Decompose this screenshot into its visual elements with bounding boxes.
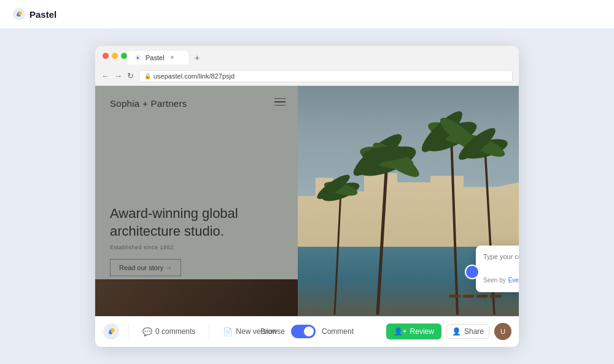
url-text: usepastel.com/link/827psjd [154,72,235,80]
tabs-row: Pastel × + [127,51,203,64]
svg-line-17 [335,192,341,314]
review-button[interactable]: 👤+ Review [386,323,441,339]
minimize-dot[interactable] [112,53,118,59]
app-logo: Pastel [12,7,56,21]
share-label: Share [464,327,484,336]
toolbar-pastel-logo [103,323,120,340]
comment-popup: Seen by Everyone Team 📎 [476,246,519,292]
browser-toolbar: ← → ↻ 🔒 usepastel.com/link/827psjd [95,67,519,86]
comment-toggle-label: Comment [322,327,354,336]
main-content: Pastel × + ← → ↻ 🔒 usepastel.com/link/82… [0,28,614,364]
browser-tab-pastel[interactable]: Pastel × [127,51,188,64]
tab-favicon-icon [134,54,142,61]
toolbar-center: Browse Comment [260,325,354,338]
tagline-sub: Established since 1952. [110,244,283,250]
seen-by-section: Seen by Everyone Team [483,277,519,284]
bottom-toolbar: 💬 0 comments 📄 New version Browse Commen… [95,316,519,347]
pastel-logo-icon [12,7,26,21]
toggle-knob [304,327,314,336]
cta-button[interactable]: Read our story → [110,259,181,276]
site-name: Sophia + Partners [110,98,283,109]
share-button[interactable]: 👤 Share [446,324,489,339]
lock-icon: 🔒 [144,73,151,79]
svg-line-8 [451,136,457,314]
review-icon: 👤+ [394,327,407,336]
browser-window: Pastel × + ← → ↻ 🔒 usepastel.com/link/82… [95,46,519,347]
cta-label: Read our story → [119,264,172,271]
comments-count: 0 comments [155,327,195,336]
comment-footer: Seen by Everyone Team 📎 [483,276,519,285]
review-label: Review [410,327,434,336]
address-bar[interactable]: 🔒 usepastel.com/link/827psjd [139,70,513,82]
seen-by-label: Seen by [483,277,506,284]
new-tab-button[interactable]: + [191,52,203,64]
tab-title: Pastel [146,54,165,61]
maximize-dot[interactable] [121,53,127,59]
version-icon: 📄 [223,327,233,336]
share-icon: 👤 [452,327,461,336]
project-thumbnail [95,279,298,316]
toolbar-divider-1 [128,324,129,339]
webpage-content: Sophia + Partners Award-winning global a… [95,86,519,316]
refresh-button[interactable]: ↻ [127,71,134,80]
browser-chrome: Pastel × + [95,46,519,67]
forward-button[interactable]: → [114,71,122,80]
svg-line-2 [378,161,387,314]
hamburger-menu[interactable] [274,98,286,106]
hero-section: Sophia + Partners Award-winning global a… [95,86,519,316]
user-avatar[interactable]: U [494,323,511,340]
toolbar-right: 👤+ Review 👤 Share U [386,323,511,340]
app-title: Pastel [29,9,56,20]
close-dot[interactable] [103,53,109,59]
lounge-chairs [449,295,501,298]
browse-comment-toggle[interactable] [291,325,316,338]
hero-left-panel: Sophia + Partners Award-winning global a… [95,86,298,316]
hero-tagline: Award-winning global architecture studio… [110,205,283,276]
tagline-heading: Award-winning global architecture studio… [110,205,283,240]
comments-button[interactable]: 💬 0 comments [138,325,200,339]
comment-icon: 💬 [142,327,152,336]
browser-window-controls [103,53,127,59]
everyone-option[interactable]: Everyone [508,277,519,284]
back-button[interactable]: ← [101,71,109,80]
browse-label: Browse [260,327,285,336]
app-bar: Pastel [0,0,614,28]
toolbar-divider-2 [209,324,209,339]
comment-input[interactable] [483,253,519,268]
comment-marker[interactable] [465,265,480,279]
hero-right-panel: Seen by Everyone Team 📎 [298,86,519,316]
tab-close-button[interactable]: × [171,54,174,61]
